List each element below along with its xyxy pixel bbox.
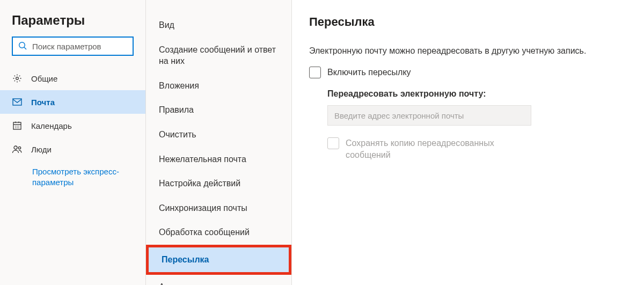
sidebar-item-label: Календарь (31, 121, 72, 130)
highlight-annotation: Пересылка (146, 245, 291, 275)
sidebar-item-label: Общие (31, 74, 57, 83)
subnav-item-auto-replies[interactable]: Автоматические ответы (146, 275, 291, 285)
keep-copy-label: Сохранять копию переадресованных сообщен… (346, 137, 517, 162)
calendar-icon (12, 121, 23, 130)
subnav-item-message-handling[interactable]: Обработка сообщений (146, 220, 291, 245)
search-container[interactable] (12, 36, 134, 56)
page-title: Пересылка (309, 15, 627, 29)
enable-forwarding-row: Включить пересылку (309, 67, 627, 78)
sidebar-item-label: Почта (31, 98, 55, 107)
subnav-item-compose[interactable]: Создание сообщений и ответ на них (146, 38, 291, 74)
subnav-item-junk[interactable]: Нежелательная почта (146, 147, 291, 172)
sidebar-item-calendar[interactable]: Календарь (0, 114, 145, 137)
svg-point-10 (18, 126, 19, 127)
svg-point-12 (17, 127, 18, 128)
sidebar-item-label: Люди (31, 145, 52, 154)
mail-icon (12, 98, 23, 106)
svg-point-9 (17, 126, 18, 127)
sidebar-item-mail[interactable]: Почта (0, 90, 145, 114)
subnav-item-attachments[interactable]: Вложения (146, 74, 291, 98)
search-icon (18, 41, 27, 52)
svg-point-11 (15, 127, 16, 128)
mail-subnav: Вид Создание сообщений и ответ на них Вл… (146, 0, 292, 285)
svg-point-14 (14, 146, 17, 149)
subnav-item-layout[interactable]: Вид (146, 13, 291, 38)
view-quick-settings-link[interactable]: Просмотреть экспресс-параметры (0, 161, 145, 194)
gear-icon (12, 74, 23, 83)
search-input[interactable] (32, 42, 127, 51)
svg-point-2 (16, 77, 19, 80)
people-icon (12, 145, 23, 154)
svg-point-13 (18, 127, 19, 128)
forwarding-details: Переадресовать электронную почту: Сохран… (309, 89, 627, 162)
keep-copy-row: Сохранять копию переадресованных сообщен… (327, 137, 627, 162)
enable-forwarding-checkbox[interactable] (309, 67, 321, 78)
svg-point-0 (19, 42, 25, 48)
keep-copy-checkbox (327, 137, 339, 149)
main-content: Пересылка Электронную почту можно переад… (292, 0, 644, 285)
forward-email-input[interactable] (327, 105, 531, 126)
svg-rect-3 (13, 99, 21, 105)
subnav-item-forwarding[interactable]: Пересылка (149, 247, 289, 272)
settings-sidebar: Параметры Общие (0, 0, 146, 285)
forward-to-label: Переадресовать электронную почту: (327, 89, 627, 99)
subnav-item-customize-actions[interactable]: Настройка действий (146, 171, 291, 196)
page-description: Электронную почту можно переадресовать в… (309, 46, 627, 56)
subnav-item-rules[interactable]: Правила (146, 98, 291, 122)
sidebar-item-general[interactable]: Общие (0, 67, 145, 90)
svg-point-15 (18, 147, 20, 149)
enable-forwarding-label: Включить пересылку (327, 68, 411, 77)
settings-title: Параметры (0, 13, 145, 36)
svg-point-8 (15, 126, 16, 127)
subnav-item-sync[interactable]: Синхронизация почты (146, 196, 291, 221)
sidebar-item-people[interactable]: Люди (0, 137, 145, 161)
subnav-item-sweep[interactable]: Очистить (146, 122, 291, 147)
svg-line-1 (24, 47, 26, 49)
